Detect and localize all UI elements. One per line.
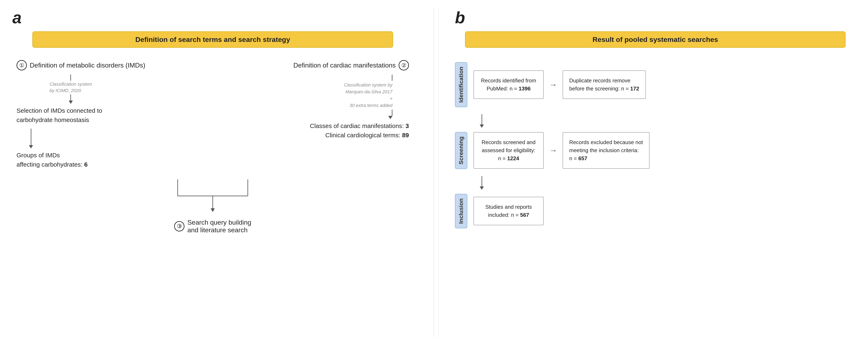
svg-marker-4 xyxy=(211,208,215,212)
step3-text: Search query building and literature sea… xyxy=(187,219,251,234)
arrow-id-to-screen xyxy=(455,114,856,128)
identification-boxes: Records identified from PubMed: n = 1396… xyxy=(473,70,856,99)
step2-title: Definition of cardiac manifestations xyxy=(293,61,396,69)
col-step1: ① Definition of metabolic disorders (IMD… xyxy=(17,60,209,171)
step1-note: Classification system by ICIMD_2020 xyxy=(50,81,92,94)
arrow-screen-to-inc xyxy=(455,176,856,190)
step2-arrow1: Classification system by Marques-da-Silv… xyxy=(344,75,393,119)
step1-arrow1: Classification system by ICIMD_2020 xyxy=(33,75,108,104)
step1-arrow2 xyxy=(29,128,33,148)
step2-circle: ② xyxy=(399,60,409,70)
step2-label: ② Definition of cardiac manifestations xyxy=(293,60,409,70)
screen-arrow-right: → xyxy=(549,146,557,155)
step3-circle: ③ xyxy=(174,221,184,231)
identification-side-box: Duplicate records remove before the scre… xyxy=(563,70,646,99)
converge-svg xyxy=(141,179,285,217)
step1-box2: Groups of IMDs affecting carbohydrates: … xyxy=(17,150,88,169)
panel-a-banner: Definition of search terms and search st… xyxy=(32,31,393,48)
step3: ③ Search query building and literature s… xyxy=(174,219,251,234)
screening-side-box: Records excluded because not meeting the… xyxy=(563,132,650,169)
step1-title: Definition of metabolic disorders (IMDs) xyxy=(30,61,145,69)
inclusion-boxes: Studies and reports included: n = 567 xyxy=(473,197,856,225)
step2-note: Classification system by Marques-da-Silv… xyxy=(344,82,393,109)
step2-box1: Classes of cardiac manifestations: 3 Cli… xyxy=(310,121,409,140)
identification-main-box: Records identified from PubMed: n = 1396 xyxy=(473,70,544,99)
inclusion-main-box: Studies and reports included: n = 567 xyxy=(473,197,544,225)
step1-label: ① Definition of metabolic disorders (IMD… xyxy=(17,60,145,70)
screening-label: Screening xyxy=(455,132,467,169)
panel-b-label: b xyxy=(455,8,465,27)
prisma-flow: Identification Records identified from P… xyxy=(455,62,856,234)
screening-boxes: Records screened and assessed for eligib… xyxy=(473,132,856,169)
identification-label: Identification xyxy=(455,62,467,107)
panel-a-main-content: ① Definition of metabolic disorders (IMD… xyxy=(12,60,413,171)
inclusion-label: Inclusion xyxy=(455,194,467,228)
screening-main-box: Records screened and assessed for eligib… xyxy=(473,132,544,169)
inclusion-row: Inclusion Studies and reports included: … xyxy=(455,194,856,228)
panel-a-label: a xyxy=(12,8,22,27)
step1-circle: ① xyxy=(17,60,27,70)
panel-a: a Definition of search terms and search … xyxy=(12,8,430,337)
panel-divider xyxy=(434,8,434,337)
step1-box1: Selection of IMDs connected to carbohydr… xyxy=(17,106,102,124)
col-step2: ② Definition of cardiac manifestations C… xyxy=(217,60,409,171)
convergence: ③ Search query building and literature s… xyxy=(12,179,413,234)
screening-row: Screening Records screened and assessed … xyxy=(455,132,856,169)
id-arrow-right: → xyxy=(549,80,557,89)
panel-b: b Result of pooled systematic searches I… xyxy=(438,8,856,337)
identification-row: Identification Records identified from P… xyxy=(455,62,856,107)
panel-b-banner: Result of pooled systematic searches xyxy=(465,31,846,48)
